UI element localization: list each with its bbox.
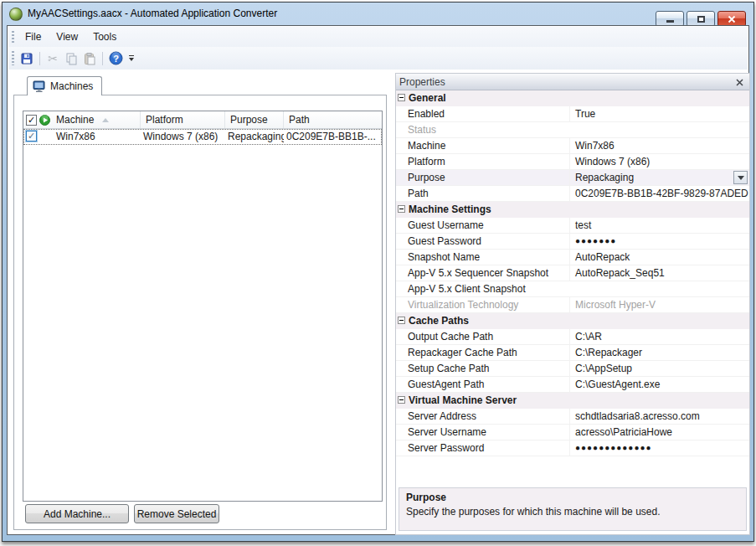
menu-tools[interactable]: Tools (85, 28, 124, 45)
collapse-icon[interactable] (398, 94, 405, 101)
paste-icon (83, 52, 96, 65)
titlebar[interactable]: MyAACSettings.aacx - Automated Applicati… (3, 3, 753, 25)
section-cache-paths[interactable]: Cache Paths (396, 313, 749, 329)
property-label: Server Username (408, 425, 568, 440)
copy-icon (64, 52, 78, 65)
machines-table[interactable]: ✓ Machine Platform Purpose (23, 111, 383, 502)
save-icon (20, 52, 33, 65)
property-value[interactable]: AutoRepack_Seq51 (569, 265, 748, 281)
copy-button[interactable] (63, 50, 80, 67)
save-button[interactable] (18, 50, 35, 67)
property-row-machine[interactable]: Machine Win7x86 (396, 138, 749, 154)
section-virtual-machine-server[interactable]: Virtual Machine Server (396, 393, 749, 409)
section-general[interactable]: General (396, 90, 749, 106)
property-value[interactable]: Repackaging (569, 170, 748, 185)
help-description: Specify the purposes for which this mach… (406, 506, 739, 518)
property-row-platform[interactable]: Platform Windows 7 (x86) (396, 154, 749, 170)
property-row-snapshot-name[interactable]: Snapshot Name AutoRepack (396, 250, 749, 265)
collapse-icon[interactable] (398, 317, 405, 324)
column-header-platform[interactable]: Platform (141, 111, 225, 128)
paste-button[interactable] (81, 50, 98, 67)
properties-close-button[interactable] (733, 76, 746, 89)
property-row-guest-password[interactable]: Guest Password ●●●●●●● (396, 234, 749, 250)
column-header-path[interactable]: Path (284, 111, 383, 128)
property-value[interactable]: acresso\PatriciaHowe (569, 425, 748, 440)
property-row-status[interactable]: Status (396, 122, 749, 138)
property-label: Platform (408, 154, 568, 169)
tab-machines[interactable]: Machines (27, 76, 102, 95)
property-row-repackager-cache-path[interactable]: Repackager Cache Path C:\Repackager (396, 345, 749, 361)
cell-machine: Win7x86 (51, 129, 141, 145)
property-value[interactable]: C:\AR (569, 329, 748, 344)
property-row-guestagent-path[interactable]: GuestAgent Path C:\GuestAgent.exe (396, 377, 749, 393)
header-status-cell[interactable] (39, 111, 51, 128)
property-label: Setup Cache Path (408, 361, 568, 376)
property-label: Guest Password (408, 234, 568, 249)
column-header-machine[interactable]: Machine (51, 111, 141, 128)
property-label: Server Password (408, 440, 568, 456)
row-checkbox-cell[interactable]: ✓ (23, 129, 39, 145)
property-row-server-password[interactable]: Server Password ●●●●●●●●●●●●● (396, 440, 749, 456)
property-row-guest-username[interactable]: Guest Username test (396, 218, 749, 234)
column-header-purpose[interactable]: Purpose (225, 111, 284, 128)
menu-bar: File View Tools (8, 27, 748, 47)
section-label: General (409, 92, 446, 104)
property-label: Virtualization Technology (408, 297, 568, 312)
property-value-password[interactable]: ●●●●●●●●●●●●● (569, 440, 748, 456)
toolbar-separator (39, 52, 40, 65)
property-value[interactable]: 0C209E7B-BB1B-42BF-9829-87ADED2E8 (569, 186, 748, 201)
property-row-purpose[interactable]: Purpose Repackaging (396, 170, 749, 186)
property-value[interactable]: AutoRepack (569, 250, 748, 265)
table-row[interactable]: ✓ Win7x86 Windows 7 (x86) Repackaging 0C… (23, 129, 382, 145)
collapse-icon[interactable] (398, 205, 405, 213)
grip-handle[interactable] (12, 51, 14, 64)
add-machine-button[interactable]: Add Machine... (25, 504, 129, 523)
machine-monitor-icon (33, 80, 46, 93)
property-value[interactable]: Win7x86 (569, 138, 748, 153)
property-row-output-cache-path[interactable]: Output Cache Path C:\AR (396, 329, 749, 345)
property-value[interactable]: C:\GuestAgent.exe (569, 377, 748, 392)
help-button[interactable]: ? (107, 50, 124, 67)
toolbar-overflow-button[interactable] (126, 50, 136, 67)
cell-path: 0C209E7B-BB1B-... (284, 129, 383, 145)
menu-view[interactable]: View (49, 28, 85, 45)
property-row-enabled[interactable]: Enabled True (396, 106, 749, 122)
property-value[interactable]: schdtladsaria8.acresso.com (569, 409, 748, 424)
maximize-icon (697, 16, 705, 23)
property-grid: General Enabled True Status Machine Win7… (396, 90, 749, 456)
minimize-icon (666, 20, 674, 23)
property-row-setup-cache-path[interactable]: Setup Cache Path C:\AppSetup (396, 361, 749, 377)
collapse-icon[interactable] (398, 396, 405, 404)
sort-ascending-icon (102, 118, 109, 122)
property-label: Output Cache Path (408, 329, 568, 344)
property-label: Purpose (408, 170, 568, 185)
chevron-down-icon (738, 176, 744, 180)
section-label: Machine Settings (409, 203, 491, 215)
remove-selected-button[interactable]: Remove Selected (134, 504, 219, 523)
property-row-appv-sequencer-snapshot[interactable]: App-V 5.x Sequencer Snapshot AutoRepack_… (396, 265, 749, 281)
property-value[interactable]: test (569, 218, 748, 233)
property-row-path[interactable]: Path 0C209E7B-BB1B-42BF-9829-87ADED2E8 (396, 186, 749, 202)
property-value-password[interactable]: ●●●●●●● (569, 234, 748, 249)
property-row-virtualization-technology[interactable]: Virtualization Technology Microsoft Hype… (396, 297, 749, 313)
property-row-server-address[interactable]: Server Address schdtladsaria8.acresso.co… (396, 409, 749, 425)
cell-platform: Windows 7 (x86) (141, 129, 225, 145)
property-row-appv-client-snapshot[interactable]: App-V 5.x Client Snapshot (396, 281, 749, 297)
property-value[interactable]: C:\Repackager (569, 345, 748, 360)
purpose-dropdown-button[interactable] (733, 171, 748, 184)
run-status-icon (39, 115, 50, 126)
header-checkbox-cell[interactable]: ✓ (23, 111, 39, 128)
property-value[interactable]: Windows 7 (x86) (569, 154, 748, 169)
property-row-server-username[interactable]: Server Username acresso\PatriciaHowe (396, 425, 749, 440)
property-value[interactable]: True (569, 106, 748, 121)
cut-button[interactable]: ✂ (44, 50, 61, 67)
select-all-checkbox[interactable]: ✓ (26, 115, 37, 126)
menu-file[interactable]: File (18, 28, 49, 45)
property-label: Path (408, 186, 568, 201)
property-value[interactable]: C:\AppSetup (569, 361, 748, 376)
property-value: Microsoft Hyper-V (569, 297, 748, 312)
grip-handle[interactable] (12, 31, 14, 43)
property-label: Status (408, 122, 568, 137)
row-checkbox[interactable]: ✓ (26, 131, 37, 142)
section-machine-settings[interactable]: Machine Settings (396, 202, 749, 218)
